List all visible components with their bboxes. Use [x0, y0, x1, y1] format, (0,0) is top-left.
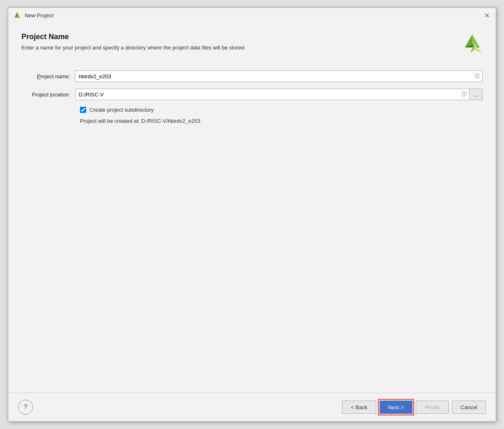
back-button[interactable]: < Back — [342, 401, 376, 414]
create-subdirectory-label[interactable]: Create project subdirectory — [89, 107, 154, 113]
dialog-footer: ? < Back Next > Finish Cancel — [8, 393, 496, 421]
finish-label: Finish — [425, 404, 439, 410]
finish-button[interactable]: Finish — [416, 401, 449, 414]
project-location-input[interactable] — [75, 89, 459, 100]
project-name-label: Project name: — [21, 73, 75, 80]
create-subdirectory-checkbox[interactable] — [80, 107, 86, 113]
project-location-label: Project location: — [21, 91, 75, 98]
project-path-info: Project will be created at: D:/RISC-V/hb… — [80, 118, 483, 124]
project-name-row: Project name: Ⓧ — [21, 70, 483, 82]
help-button[interactable]: ? — [18, 400, 33, 415]
next-button-wrapper: Next > — [380, 401, 413, 414]
project-name-input[interactable] — [75, 71, 472, 82]
project-name-input-wrapper: Ⓧ — [75, 70, 483, 82]
dialog-content: Project Name Enter a name for your proje… — [8, 23, 496, 393]
window-title: New Project — [25, 12, 54, 19]
page-title: Project Name — [21, 33, 483, 41]
project-location-clear-button[interactable]: Ⓧ — [459, 89, 469, 99]
project-location-input-wrapper: Ⓧ — [75, 89, 469, 100]
create-subdirectory-row: Create project subdirectory — [80, 107, 483, 113]
page-header: Project Name Enter a name for your proje… — [21, 33, 483, 51]
project-location-row: Project location: Ⓧ … — [21, 89, 483, 100]
cancel-button[interactable]: Cancel — [452, 401, 486, 414]
dialog-window: New Project ✕ Project Name Enter a name … — [8, 7, 496, 422]
browse-button[interactable]: … — [469, 89, 483, 100]
title-bar: New Project ✕ — [8, 8, 496, 23]
cancel-label: Cancel — [461, 404, 477, 410]
back-label: < Back — [351, 404, 367, 410]
next-button[interactable]: Next > — [380, 401, 413, 414]
help-label: ? — [24, 403, 28, 411]
project-name-clear-button[interactable]: Ⓧ — [472, 71, 482, 81]
form-section: Project name: Ⓧ Project location: Ⓧ … — [21, 70, 483, 124]
next-label: Next > — [388, 404, 404, 410]
app-logo-icon — [13, 11, 21, 19]
page-description: Enter a name for your project and specif… — [21, 45, 483, 51]
brand-logo-icon — [462, 33, 483, 53]
close-button[interactable]: ✕ — [483, 11, 491, 19]
